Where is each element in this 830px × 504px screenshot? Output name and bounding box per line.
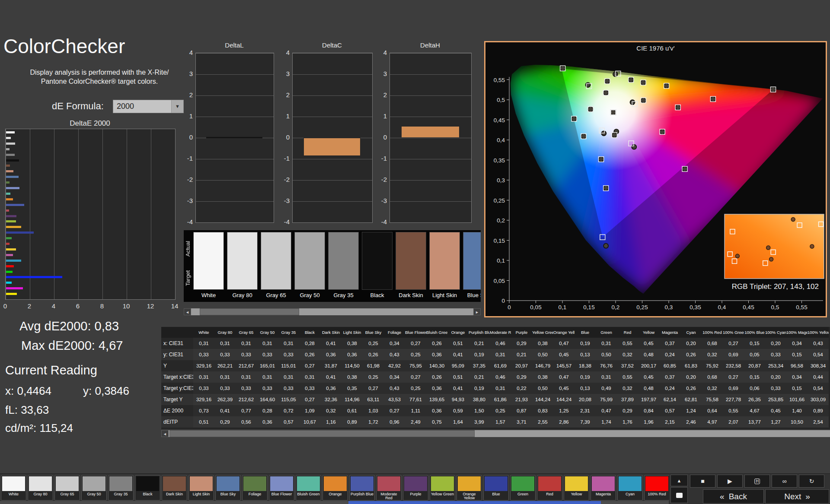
toolbar-scrollbar-thumb[interactable] bbox=[348, 501, 601, 504]
deltae-x-tick: 6 bbox=[72, 302, 83, 310]
cie-measured-point bbox=[676, 105, 680, 110]
toolbar-patch-tile[interactable]: Blue Sky bbox=[215, 475, 241, 501]
toolbar-patch-tile[interactable]: Yellow Green bbox=[430, 475, 455, 501]
table-cell: 75,95 bbox=[405, 360, 426, 371]
toolbar-patch-tile[interactable]: Dark Skin bbox=[162, 475, 187, 501]
refresh-button[interactable]: ↻ bbox=[799, 475, 824, 488]
de-formula-value: 2000 bbox=[113, 100, 171, 113]
cie-measured-point bbox=[632, 145, 636, 149]
delta-y-tick: -4 bbox=[376, 218, 387, 225]
cie-diagram-panel: 000,050,050,10,10,150,150,20,20,250,250,… bbox=[484, 41, 827, 317]
table-cell: 20,08 bbox=[575, 394, 596, 405]
table-cell: 0,48 bbox=[638, 383, 659, 394]
toolbar-patch-tile[interactable]: White bbox=[1, 475, 26, 501]
scroll-left-icon[interactable]: ◄ bbox=[184, 308, 191, 315]
table-cell: 0,89 bbox=[808, 405, 829, 416]
toolbar-patch-tile[interactable]: Gray 35 bbox=[108, 475, 134, 501]
de-formula-dropdown[interactable]: 2000 ▼ bbox=[113, 100, 184, 113]
scroll-right-icon[interactable]: ► bbox=[473, 308, 481, 315]
table-cell: 0,36 bbox=[257, 416, 278, 428]
table-cell: 63,11 bbox=[363, 394, 384, 405]
toolbar-patch-tile[interactable]: Red bbox=[537, 475, 562, 501]
toolbar-patch-tile[interactable]: Purple bbox=[403, 475, 428, 501]
double-chevron-right-icon: » bbox=[805, 492, 810, 501]
table-cell: 0,29 bbox=[617, 405, 638, 416]
delta-y-tick: 1 bbox=[278, 112, 290, 120]
table-header-cell: Gray 80 bbox=[214, 327, 236, 338]
table-cell: 145,57 bbox=[553, 360, 575, 371]
toolbar-patch-tile[interactable]: Yellow bbox=[564, 475, 589, 501]
toolbar-patch-tile[interactable]: Gray 65 bbox=[54, 475, 80, 501]
refresh-icon: ↻ bbox=[809, 478, 814, 485]
toolbar-patch-tile[interactable]: Orange Yellow bbox=[456, 475, 482, 501]
table-cell: 1,11 bbox=[405, 405, 426, 416]
chevron-down-icon[interactable]: ▼ bbox=[171, 100, 183, 113]
back-button[interactable]: « Back bbox=[703, 489, 764, 504]
delta-y-tick: 2 bbox=[376, 91, 387, 98]
y-tick-label: 0,25 bbox=[494, 197, 505, 204]
toolbar-patch-tile[interactable]: Moderate Red bbox=[376, 475, 402, 501]
toolbar-patch-tile[interactable]: Green bbox=[510, 475, 536, 501]
strip-swatch-label: Gray 65 bbox=[261, 292, 291, 298]
table-cell: 32,36 bbox=[320, 394, 342, 405]
toolbar-patch-color bbox=[324, 476, 347, 491]
table-scrollbar-track[interactable] bbox=[169, 430, 830, 437]
play-button[interactable]: ▶ bbox=[717, 475, 743, 488]
toolbar-scrollbar[interactable] bbox=[0, 501, 669, 504]
toolbar-patch-tile[interactable]: Gray 80 bbox=[28, 475, 53, 501]
toolbar-patch-tile[interactable]: Orange bbox=[322, 475, 348, 501]
strip-scrollbar[interactable]: ◄ ► bbox=[184, 308, 481, 315]
toolbar-patch-label: Orange bbox=[323, 492, 348, 496]
table-cell: 0,84 bbox=[638, 405, 659, 416]
toolbar-patch-color bbox=[109, 476, 132, 491]
table-scrollbar[interactable]: ◄ bbox=[161, 430, 830, 437]
toolbar-patch-tile[interactable]: Light Skin bbox=[188, 475, 214, 501]
toolbar-patch-tile[interactable]: 100% Red bbox=[644, 475, 669, 501]
hold-button[interactable]: H bbox=[744, 475, 770, 488]
toolbar-patch-tile[interactable]: Foliage bbox=[242, 475, 268, 501]
stop-button[interactable]: ■ bbox=[690, 475, 715, 488]
table-cell: 0,26 bbox=[426, 338, 447, 349]
x-tick-label: 0,2 bbox=[612, 304, 620, 311]
table-cell: 0,72 bbox=[278, 405, 299, 416]
table-cell: 1,09 bbox=[299, 405, 320, 416]
table-cell: 0,31 bbox=[596, 371, 617, 383]
table-header-cell: Yellow Green bbox=[532, 327, 553, 338]
scroll-up-button[interactable]: ▲ bbox=[670, 475, 688, 486]
table-cell: 0,51 bbox=[447, 338, 469, 349]
table-header-cell: 100% Blue bbox=[744, 327, 765, 338]
table-cell: 0,36 bbox=[426, 405, 447, 416]
delta-y-tick: 4 bbox=[182, 49, 193, 56]
table-cell: 0,19 bbox=[469, 383, 490, 394]
toolbar-patch-color bbox=[2, 476, 25, 491]
toolbar-patch-tile[interactable]: Black bbox=[135, 475, 160, 501]
toolbar-patch-tile[interactable]: Gray 50 bbox=[81, 475, 107, 501]
toolbar-patch-tile[interactable]: Purplish Blue bbox=[349, 475, 375, 501]
table-cell: 75,99 bbox=[596, 394, 617, 405]
next-button[interactable]: Next » bbox=[765, 489, 829, 504]
toolbar-patch-tile[interactable]: Blue bbox=[483, 475, 509, 501]
toolbar-patch-tile[interactable]: Cyan bbox=[617, 475, 643, 501]
loop-button[interactable]: ∞ bbox=[772, 475, 797, 488]
toolbar-patch-tile[interactable]: Bluish Green bbox=[296, 475, 321, 501]
table-corner bbox=[161, 327, 193, 338]
table-cell: 262,39 bbox=[214, 394, 236, 405]
table-cell: 0,27 bbox=[723, 338, 744, 349]
toolbar-patch-tile[interactable]: Blue Flower bbox=[269, 475, 294, 501]
strip-scrollbar-track[interactable] bbox=[191, 308, 473, 315]
table-scrollbar-thumb[interactable] bbox=[169, 430, 475, 437]
swatch-label-row: WhiteGray 80Gray 65Gray 50Gray 35BlackDa… bbox=[193, 292, 481, 298]
deltae-bar bbox=[6, 137, 11, 139]
y-tick-label: 0,1 bbox=[497, 257, 505, 264]
table-row-label: x: CIE31 bbox=[161, 338, 193, 349]
table-cell: 2,15 bbox=[659, 416, 680, 428]
deltae-bar bbox=[6, 170, 13, 172]
scroll-left-icon[interactable]: ◄ bbox=[161, 430, 169, 437]
double-chevron-left-icon: « bbox=[720, 492, 725, 501]
table-cell: 146,79 bbox=[532, 360, 553, 371]
toolbar-patch-label: Purple bbox=[403, 492, 428, 496]
display-window-button[interactable] bbox=[670, 487, 688, 503]
toolbar-patch-tile[interactable]: Magenta bbox=[591, 475, 616, 501]
table-cell: 0,31 bbox=[257, 338, 278, 349]
strip-scrollbar-thumb[interactable] bbox=[200, 308, 299, 315]
